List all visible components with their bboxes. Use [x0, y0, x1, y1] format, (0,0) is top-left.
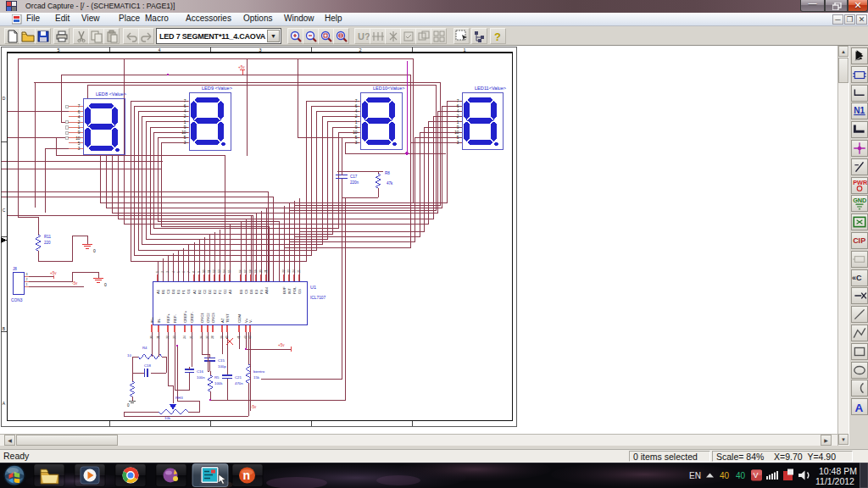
svg-text:1: 1 [457, 120, 459, 125]
svg-text:36: 36 [200, 336, 203, 339]
svg-text:8: 8 [192, 271, 196, 273]
svg-text:22: 22 [282, 269, 286, 273]
svg-text:E1: E1 [176, 289, 181, 294]
svg-text:B2: B2 [198, 289, 202, 294]
svg-text:2: 2 [359, 47, 361, 53]
svg-text:CIP: CIP [853, 236, 865, 245]
svg-text:11: 11 [208, 269, 211, 273]
svg-text:+5v: +5v [50, 271, 57, 275]
svg-text:J8: J8 [13, 267, 17, 271]
svg-text:AB4: AB4 [264, 286, 269, 294]
svg-text:100p: 100p [218, 364, 226, 369]
svg-text:3: 3 [26, 273, 28, 276]
svg-text:-5v: -5v [72, 281, 78, 286]
svg-text:40: 40 [720, 471, 730, 480]
svg-text:6: 6 [78, 110, 81, 114]
svg-text:LED8 <Value>: LED8 <Value> [96, 92, 126, 97]
svg-text:3: 3 [78, 147, 81, 151]
svg-text:1: 1 [26, 283, 28, 286]
svg-text:D1: D1 [171, 289, 175, 294]
svg-text:OSC1: OSC1 [200, 313, 204, 323]
svg-text:47k: 47k [387, 181, 393, 186]
svg-text:15k: 15k [253, 375, 260, 380]
svg-text:10: 10 [454, 130, 459, 135]
svg-text:C17: C17 [350, 175, 358, 179]
svg-text:10:48 PM: 10:48 PM [819, 466, 857, 476]
svg-text:IN+: IN+ [150, 317, 154, 323]
svg-text:0: 0 [104, 282, 107, 287]
svg-text:43: 43 [248, 336, 252, 339]
svg-text:30: 30 [150, 336, 153, 339]
svg-text:+5v: +5v [238, 65, 245, 69]
svg-text:24: 24 [292, 269, 296, 273]
svg-text:5: 5 [177, 271, 181, 273]
svg-text:N1: N1 [854, 106, 865, 115]
svg-text:7: 7 [184, 99, 186, 103]
svg-text:C15: C15 [218, 358, 225, 363]
svg-text:V: V [754, 471, 759, 480]
svg-text:5: 5 [184, 136, 186, 140]
svg-text:C2: C2 [203, 289, 207, 294]
svg-text:LED9 <Value>: LED9 <Value> [202, 86, 232, 91]
svg-text:7: 7 [78, 104, 81, 108]
svg-text:32: 32 [166, 336, 170, 339]
svg-text:41: 41 [237, 336, 241, 339]
svg-text:R4: R4 [142, 346, 147, 350]
svg-text:C16: C16 [197, 369, 203, 374]
svg-text:1: 1 [184, 120, 186, 125]
svg-text:2: 2 [457, 114, 459, 119]
svg-text:G1: G1 [186, 289, 191, 294]
svg-text:33: 33 [173, 336, 176, 339]
svg-text:U1: U1 [310, 285, 316, 290]
svg-text:C18: C18 [144, 363, 151, 368]
svg-text:2: 2 [26, 278, 28, 281]
svg-text:6: 6 [457, 104, 459, 108]
svg-text:INT: INT [287, 288, 292, 294]
svg-text:LED10<Value>: LED10<Value> [373, 86, 405, 91]
svg-text:5: 5 [355, 136, 358, 140]
svg-text:3: 3 [259, 47, 261, 53]
svg-text:D: D [3, 96, 6, 101]
svg-text:COM: COM [237, 314, 242, 323]
svg-text:TEST: TEST [225, 313, 230, 323]
svg-text:0: 0 [93, 248, 96, 253]
svg-text:F2: F2 [218, 289, 222, 294]
svg-text:1: 1 [156, 271, 159, 273]
svg-text:6: 6 [182, 271, 186, 273]
svg-text:35: 35 [190, 336, 193, 339]
svg-text:38: 38 [211, 336, 214, 339]
svg-text:9: 9 [198, 271, 201, 273]
svg-text:ICL7107: ICL7107 [310, 296, 326, 300]
svg-text:B: B [3, 326, 6, 331]
svg-text:R11: R11 [44, 235, 51, 239]
svg-text:10: 10 [127, 353, 131, 358]
svg-text:1: 1 [78, 125, 81, 130]
svg-text:2: 2 [78, 120, 81, 125]
svg-text:2: 2 [355, 114, 358, 119]
svg-text:23: 23 [287, 269, 291, 273]
svg-text:14: 14 [223, 269, 226, 273]
svg-text:100k: 100k [214, 381, 223, 385]
svg-text:C21: C21 [235, 375, 242, 380]
svg-text:REF-: REF- [173, 313, 177, 323]
svg-text:A3: A3 [228, 289, 232, 294]
svg-text:9: 9 [457, 125, 459, 130]
svg-text:6: 6 [184, 104, 186, 108]
svg-text:C1: C1 [166, 289, 170, 294]
svg-text:10: 10 [353, 130, 358, 135]
svg-text:BUF: BUF [282, 286, 287, 294]
svg-text:4: 4 [457, 109, 459, 114]
svg-text:D3: D3 [249, 289, 253, 294]
svg-text:9: 9 [78, 130, 81, 135]
svg-text:10k: 10k [164, 416, 171, 420]
svg-text:3: 3 [166, 271, 170, 273]
svg-text:n: n [243, 469, 251, 482]
svg-text:21: 21 [264, 269, 268, 273]
svg-text:5: 5 [57, 47, 59, 53]
svg-text:R5: R5 [214, 375, 220, 380]
svg-text:«C: «C [852, 274, 862, 282]
svg-text:31: 31 [157, 336, 160, 339]
svg-text:100n: 100n [197, 375, 205, 380]
svg-text:42: 42 [244, 336, 248, 339]
svg-text:13: 13 [218, 269, 221, 273]
